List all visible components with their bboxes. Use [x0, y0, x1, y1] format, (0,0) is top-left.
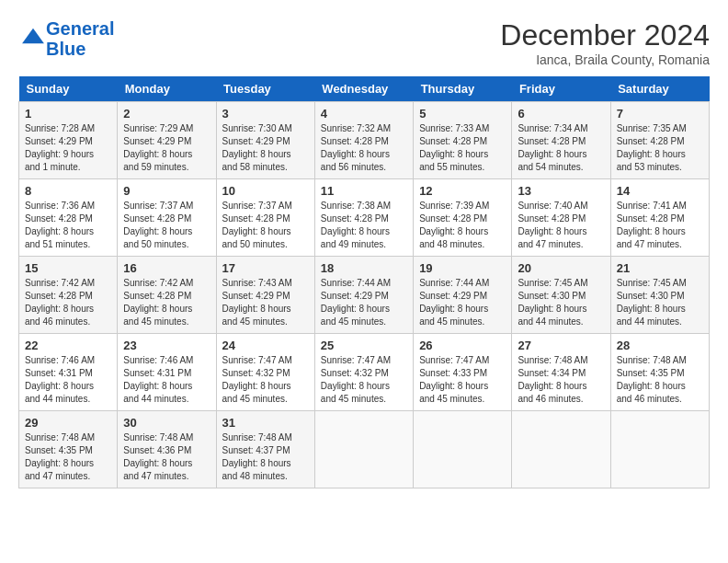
- day-number: 14: [617, 184, 703, 198]
- calendar-cell: 17Sunrise: 7:43 AMSunset: 4:29 PMDayligh…: [216, 257, 314, 334]
- weekday-header-row: SundayMondayTuesdayWednesdayThursdayFrid…: [19, 76, 710, 102]
- day-info: Sunrise: 7:28 AMSunset: 4:29 PMDaylight:…: [25, 122, 111, 174]
- day-number: 23: [123, 339, 210, 352]
- calendar-cell: 1Sunrise: 7:28 AMSunset: 4:29 PMDaylight…: [19, 102, 118, 179]
- calendar-cell: 12Sunrise: 7:39 AMSunset: 4:28 PMDayligh…: [414, 179, 512, 257]
- day-info: Sunrise: 7:33 AMSunset: 4:28 PMDaylight:…: [419, 122, 506, 174]
- calendar-cell: 9Sunrise: 7:37 AMSunset: 4:28 PMDaylight…: [118, 179, 216, 257]
- calendar-cell: 18Sunrise: 7:44 AMSunset: 4:29 PMDayligh…: [314, 257, 413, 334]
- day-number: 30: [123, 416, 210, 430]
- calendar-cell: 26Sunrise: 7:47 AMSunset: 4:33 PMDayligh…: [414, 334, 512, 411]
- calendar-cell: 21Sunrise: 7:45 AMSunset: 4:30 PMDayligh…: [610, 257, 709, 334]
- day-number: 16: [123, 261, 210, 275]
- day-number: 10: [222, 184, 309, 198]
- weekday-header-friday: Friday: [512, 76, 610, 102]
- day-info: Sunrise: 7:48 AMSunset: 4:35 PMDaylight:…: [617, 354, 703, 406]
- calendar-cell: [610, 411, 709, 488]
- day-info: Sunrise: 7:35 AMSunset: 4:28 PMDaylight:…: [617, 122, 703, 174]
- day-info: Sunrise: 7:46 AMSunset: 4:31 PMDaylight:…: [123, 354, 210, 406]
- day-number: 11: [321, 184, 407, 198]
- day-number: 21: [617, 261, 703, 275]
- day-info: Sunrise: 7:43 AMSunset: 4:29 PMDaylight:…: [222, 277, 309, 328]
- day-info: Sunrise: 7:42 AMSunset: 4:28 PMDaylight:…: [25, 277, 111, 328]
- weekday-header-wednesday: Wednesday: [314, 76, 413, 102]
- calendar-cell: 31Sunrise: 7:48 AMSunset: 4:37 PMDayligh…: [216, 411, 314, 488]
- day-info: Sunrise: 7:41 AMSunset: 4:28 PMDaylight:…: [617, 200, 703, 251]
- calendar-table: SundayMondayTuesdayWednesdayThursdayFrid…: [18, 76, 710, 488]
- calendar-cell: 23Sunrise: 7:46 AMSunset: 4:31 PMDayligh…: [118, 334, 216, 411]
- day-info: Sunrise: 7:37 AMSunset: 4:28 PMDaylight:…: [123, 200, 210, 251]
- calendar-cell: 7Sunrise: 7:35 AMSunset: 4:28 PMDaylight…: [610, 102, 709, 179]
- day-info: Sunrise: 7:48 AMSunset: 4:37 PMDaylight:…: [222, 431, 309, 483]
- calendar-cell: 20Sunrise: 7:45 AMSunset: 4:30 PMDayligh…: [512, 257, 610, 334]
- day-number: 20: [518, 261, 604, 275]
- day-number: 17: [222, 261, 309, 275]
- calendar-cell: [512, 411, 610, 488]
- day-number: 2: [123, 107, 210, 121]
- svg-marker-0: [22, 29, 44, 44]
- day-number: 3: [222, 107, 309, 121]
- day-info: Sunrise: 7:34 AMSunset: 4:28 PMDaylight:…: [518, 122, 604, 174]
- day-info: Sunrise: 7:29 AMSunset: 4:29 PMDaylight:…: [123, 122, 210, 174]
- day-number: 15: [25, 261, 111, 275]
- calendar-cell: 5Sunrise: 7:33 AMSunset: 4:28 PMDaylight…: [414, 102, 512, 179]
- logo: General Blue: [18, 18, 114, 59]
- week-row-2: 8Sunrise: 7:36 AMSunset: 4:28 PMDaylight…: [19, 179, 710, 257]
- day-number: 8: [25, 184, 111, 198]
- day-number: 31: [222, 416, 309, 430]
- calendar-cell: 16Sunrise: 7:42 AMSunset: 4:28 PMDayligh…: [118, 257, 216, 334]
- day-info: Sunrise: 7:48 AMSunset: 4:35 PMDaylight:…: [25, 431, 111, 483]
- weekday-header-monday: Monday: [118, 76, 216, 102]
- calendar-cell: 14Sunrise: 7:41 AMSunset: 4:28 PMDayligh…: [610, 179, 709, 257]
- title-area: December 2024 Ianca, Braila County, Roma…: [500, 18, 710, 67]
- calendar-cell: 8Sunrise: 7:36 AMSunset: 4:28 PMDaylight…: [19, 179, 118, 257]
- day-number: 28: [617, 339, 703, 352]
- weekday-header-tuesday: Tuesday: [216, 76, 314, 102]
- day-info: Sunrise: 7:44 AMSunset: 4:29 PMDaylight:…: [321, 277, 407, 328]
- calendar-cell: 3Sunrise: 7:30 AMSunset: 4:29 PMDaylight…: [216, 102, 314, 179]
- calendar-cell: 6Sunrise: 7:34 AMSunset: 4:28 PMDaylight…: [512, 102, 610, 179]
- day-info: Sunrise: 7:42 AMSunset: 4:28 PMDaylight:…: [123, 277, 210, 328]
- day-number: 7: [617, 107, 703, 121]
- day-info: Sunrise: 7:47 AMSunset: 4:32 PMDaylight:…: [321, 354, 407, 406]
- day-info: Sunrise: 7:47 AMSunset: 4:33 PMDaylight:…: [419, 354, 506, 406]
- calendar-cell: [314, 411, 413, 488]
- day-number: 19: [419, 261, 506, 275]
- calendar-cell: 11Sunrise: 7:38 AMSunset: 4:28 PMDayligh…: [314, 179, 413, 257]
- day-info: Sunrise: 7:45 AMSunset: 4:30 PMDaylight:…: [617, 277, 703, 328]
- calendar-cell: 24Sunrise: 7:47 AMSunset: 4:32 PMDayligh…: [216, 334, 314, 411]
- calendar-cell: 15Sunrise: 7:42 AMSunset: 4:28 PMDayligh…: [19, 257, 118, 334]
- day-info: Sunrise: 7:47 AMSunset: 4:32 PMDaylight:…: [222, 354, 309, 406]
- day-info: Sunrise: 7:44 AMSunset: 4:29 PMDaylight:…: [419, 277, 506, 328]
- day-info: Sunrise: 7:40 AMSunset: 4:28 PMDaylight:…: [518, 200, 604, 251]
- day-info: Sunrise: 7:37 AMSunset: 4:28 PMDaylight:…: [222, 200, 309, 251]
- day-info: Sunrise: 7:39 AMSunset: 4:28 PMDaylight:…: [419, 200, 506, 251]
- logo-text: General Blue: [46, 18, 114, 59]
- weekday-header-sunday: Sunday: [19, 76, 118, 102]
- calendar-cell: 29Sunrise: 7:48 AMSunset: 4:35 PMDayligh…: [19, 411, 118, 488]
- day-number: 29: [25, 416, 111, 430]
- day-info: Sunrise: 7:45 AMSunset: 4:30 PMDaylight:…: [518, 277, 604, 328]
- day-number: 9: [123, 184, 210, 198]
- week-row-3: 15Sunrise: 7:42 AMSunset: 4:28 PMDayligh…: [19, 257, 710, 334]
- day-number: 27: [518, 339, 604, 352]
- day-number: 13: [518, 184, 604, 198]
- day-info: Sunrise: 7:32 AMSunset: 4:28 PMDaylight:…: [321, 122, 407, 174]
- week-row-4: 22Sunrise: 7:46 AMSunset: 4:31 PMDayligh…: [19, 334, 710, 411]
- day-number: 25: [321, 339, 407, 352]
- week-row-1: 1Sunrise: 7:28 AMSunset: 4:29 PMDaylight…: [19, 102, 710, 179]
- calendar-cell: 25Sunrise: 7:47 AMSunset: 4:32 PMDayligh…: [314, 334, 413, 411]
- calendar-cell: 19Sunrise: 7:44 AMSunset: 4:29 PMDayligh…: [414, 257, 512, 334]
- week-row-5: 29Sunrise: 7:48 AMSunset: 4:35 PMDayligh…: [19, 411, 710, 488]
- day-number: 6: [518, 107, 604, 121]
- day-info: Sunrise: 7:36 AMSunset: 4:28 PMDaylight:…: [25, 200, 111, 251]
- calendar-cell: 4Sunrise: 7:32 AMSunset: 4:28 PMDaylight…: [314, 102, 413, 179]
- day-number: 1: [25, 107, 111, 121]
- day-number: 18: [321, 261, 407, 275]
- day-number: 5: [419, 107, 506, 121]
- calendar-cell: 10Sunrise: 7:37 AMSunset: 4:28 PMDayligh…: [216, 179, 314, 257]
- calendar-cell: 28Sunrise: 7:48 AMSunset: 4:35 PMDayligh…: [610, 334, 709, 411]
- day-number: 26: [419, 339, 506, 352]
- month-title: December 2024: [500, 18, 710, 52]
- weekday-header-saturday: Saturday: [610, 76, 709, 102]
